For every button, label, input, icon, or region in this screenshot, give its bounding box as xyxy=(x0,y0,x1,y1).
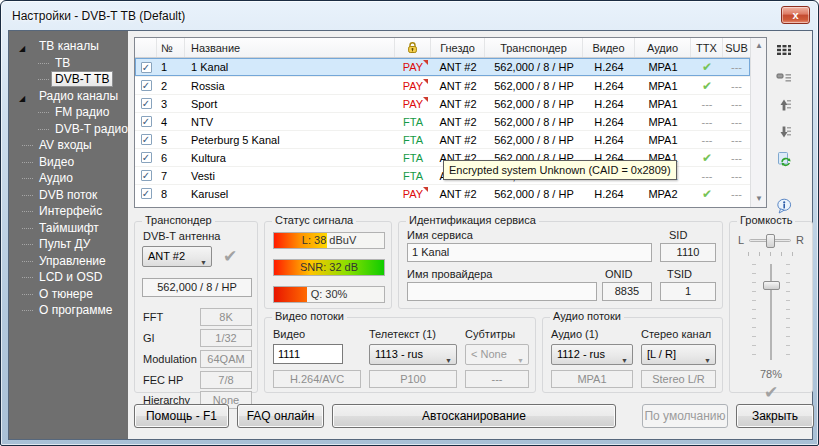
titlebar[interactable]: Настройки - DVB-T ТВ (Default) x xyxy=(1,1,818,31)
sidebar-item-label: Радио каналы xyxy=(36,89,121,103)
transponder-cell: 562,000 / 8 / HP xyxy=(485,185,583,202)
antenna-select[interactable]: ANT #2 xyxy=(142,246,212,267)
move-down-icon[interactable] xyxy=(776,124,792,140)
row-checkbox[interactable]: ✓ xyxy=(141,188,152,199)
audio-streams-panel: Аудио потоки Аудио (1) 1112 - rus MPA1 С… xyxy=(542,317,723,393)
stereo-select[interactable]: [L / R] xyxy=(641,344,716,365)
sidebar-item-label: DVB-T радио xyxy=(52,122,131,136)
header-name[interactable]: Название xyxy=(185,38,395,57)
sub-cell: --- xyxy=(723,58,750,76)
sidebar-item-15[interactable]: О тюнере xyxy=(9,286,128,303)
video-pid-input[interactable] xyxy=(273,344,343,364)
sidebar-item-1[interactable]: ТВ xyxy=(9,55,128,72)
row-checkbox-cell: ✓ xyxy=(135,167,157,184)
sidebar-item-10[interactable]: Интерфейс xyxy=(9,203,128,220)
sidebar-item-13[interactable]: Управление xyxy=(9,253,128,270)
channel-list-icon[interactable] xyxy=(776,43,792,59)
sidebar-item-2[interactable]: DVB-T ТВ xyxy=(9,71,128,88)
quality-bar: Q: 30% xyxy=(273,286,385,303)
row-checkbox[interactable]: ✓ xyxy=(141,170,152,181)
header-sub[interactable]: SUB xyxy=(723,38,750,57)
video-streams-panel: Видео потоки Видео H.264/AVC Телетекст (… xyxy=(264,317,536,393)
balance-slider[interactable]: L R xyxy=(738,234,804,246)
channel-name: Rossia xyxy=(185,77,395,94)
sidebar-item-4[interactable]: FM радио xyxy=(9,104,128,121)
row-number: 1 xyxy=(157,58,185,76)
transponder-cell: 562,000 / 8 / HP xyxy=(485,77,583,94)
channel-name: Peterburg 5 Kanal xyxy=(185,131,395,148)
balance-track[interactable] xyxy=(749,239,791,242)
video-codec-cell: H.264 xyxy=(583,77,635,94)
table-row-1[interactable]: ✓11 KanalPAYANT #2562,000 / 8 / HPH.264M… xyxy=(135,58,750,76)
sidebar-item-3[interactable]: Радио каналы xyxy=(9,88,128,105)
lock-icon[interactable] xyxy=(395,38,431,57)
audio-select[interactable]: 1112 - rus xyxy=(551,344,633,365)
channel-name: Vesti xyxy=(185,167,395,184)
row-checkbox[interactable]: ✓ xyxy=(141,80,152,91)
param-value: 64QAM xyxy=(200,350,252,368)
sidebar-item-6[interactable]: AV входы xyxy=(9,137,128,154)
param-value: 8K xyxy=(200,308,252,326)
row-checkbox[interactable]: ✓ xyxy=(141,116,152,127)
table-row-3[interactable]: ✓3SportPAYANT #2562,000 / 8 / HPH.264MPA… xyxy=(135,94,750,112)
faq-button[interactable]: FAQ онлайн xyxy=(237,404,324,428)
scroll-up-icon[interactable]: ▲ xyxy=(751,38,767,54)
table-row-8[interactable]: ✓8KaruselPAYANT #2562,000 / 8 / HPH.264M… xyxy=(135,184,750,202)
panel-title: Аудио потоки xyxy=(550,310,624,322)
header-checkbox-column[interactable] xyxy=(135,38,157,57)
help-button[interactable]: Помощь - F1 xyxy=(134,404,229,428)
sidebar-item-7[interactable]: Видео xyxy=(9,154,128,171)
table-row-5[interactable]: ✓5Peterburg 5 KanalFTAANT #2562,000 / 8 … xyxy=(135,130,750,148)
autoscan-button[interactable]: Автосканирование xyxy=(332,404,616,428)
sidebar-item-9[interactable]: DVB поток xyxy=(9,187,128,204)
header-video[interactable]: Видео xyxy=(583,38,635,57)
teletext-value: 1113 - rus xyxy=(375,348,423,360)
rescan-icon[interactable] xyxy=(776,151,792,167)
sidebar-item-14[interactable]: LCD и OSD xyxy=(9,269,128,286)
snr-bar: SNR: 32 dB xyxy=(273,259,385,276)
sidebar-item-16[interactable]: О программе xyxy=(9,302,128,319)
balance-ticks xyxy=(748,252,794,256)
audio-codec-cell: MPA1 xyxy=(635,77,691,94)
table-scrollbar[interactable]: ▲ ▼ xyxy=(750,38,766,207)
access-type: FTA xyxy=(395,149,431,166)
sidebar-item-12[interactable]: Пульт ДУ xyxy=(9,236,128,253)
sidebar-item-0[interactable]: ТВ каналы xyxy=(9,38,128,55)
close-button[interactable]: Закрыть xyxy=(736,404,814,428)
transponder-cell: 562,000 / 8 / HP xyxy=(485,95,583,112)
param-row-fft: FFT 8K xyxy=(143,308,252,326)
header-socket[interactable]: Гнездо xyxy=(431,38,485,57)
header-audio[interactable]: Аудио xyxy=(635,38,691,57)
teletext-select[interactable]: 1113 - rus xyxy=(369,344,457,365)
scroll-down-icon[interactable]: ▼ xyxy=(751,191,767,207)
volume-slider-track[interactable] xyxy=(770,264,772,360)
row-checkbox[interactable]: ✓ xyxy=(141,152,152,163)
sidebar-item-label: О программе xyxy=(36,303,115,317)
header-num[interactable]: № xyxy=(157,38,185,57)
header-transponder[interactable]: Транспондер xyxy=(485,38,583,57)
row-checkbox[interactable]: ✓ xyxy=(141,62,152,73)
table-row-4[interactable]: ✓4NTVFTAANT #2562,000 / 8 / HPH.264MPA1-… xyxy=(135,112,750,130)
sidebar-item-label: ТВ каналы xyxy=(36,39,102,53)
socket-cell: ANT #2 xyxy=(431,131,485,148)
edit-list-icon[interactable] xyxy=(776,70,792,86)
param-value: 7/8 xyxy=(200,371,252,389)
header-ttx[interactable]: ТТХ xyxy=(691,38,723,57)
video-codec-cell: H.264 xyxy=(583,131,635,148)
table-row-2[interactable]: ✓2RossiaPAYANT #2562,000 / 8 / HPH.264MP… xyxy=(135,76,750,94)
provider-label: Имя провайдера xyxy=(407,268,492,280)
ttx-cell: ✔ xyxy=(691,77,723,94)
row-checkbox[interactable]: ✓ xyxy=(141,98,152,109)
row-checkbox[interactable]: ✓ xyxy=(141,134,152,145)
volume-slider-thumb[interactable] xyxy=(763,281,780,290)
balance-thumb[interactable] xyxy=(766,234,775,248)
move-up-icon[interactable] xyxy=(776,97,792,113)
sidebar-item-8[interactable]: Аудио xyxy=(9,170,128,187)
close-icon[interactable]: x xyxy=(781,6,810,24)
antenna-check-icon: ✔ xyxy=(223,246,237,267)
sidebar-item-5[interactable]: DVB-T радио xyxy=(9,121,128,138)
sidebar-item-11[interactable]: Таймшифт xyxy=(9,220,128,237)
sub-cell: --- xyxy=(723,185,750,202)
info-icon[interactable] xyxy=(776,198,792,214)
balance-right-label: R xyxy=(796,234,804,246)
